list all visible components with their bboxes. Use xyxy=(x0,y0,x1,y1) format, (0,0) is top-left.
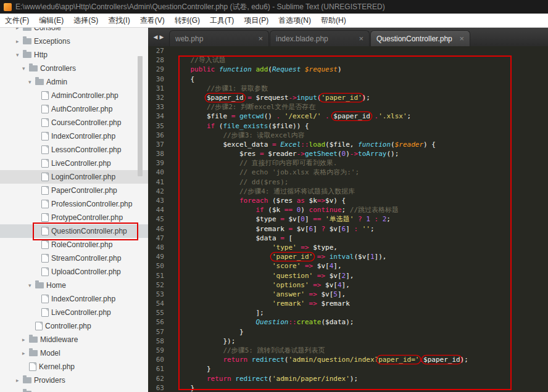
code-lines[interactable]: //导入试题 public function add(Request $requ… xyxy=(170,46,548,392)
line-number: 48 xyxy=(148,243,164,252)
folder-expanded-arrow-icon[interactable]: ▾ xyxy=(28,282,35,288)
code-token: $k xyxy=(309,197,317,205)
code-line-41: // dd($res); xyxy=(174,178,548,187)
folder-collapsed-arrow-icon[interactable]: ▸ xyxy=(16,38,23,44)
tab-bar: ◀ ▶ web.php×index.blade.php×QuestionCont… xyxy=(148,28,548,46)
tree-folder-Controllers[interactable]: ▾Controllers xyxy=(0,62,148,75)
code-token: () xyxy=(264,112,276,120)
editor-column: ◀ ▶ web.php×index.blade.php×QuestionCont… xyxy=(148,28,548,392)
tree-item-label: Exceptions xyxy=(34,37,70,46)
tree-folder-Middleware[interactable]: ▸Middleware xyxy=(0,333,148,346)
tab-QuestionController.php[interactable]: QuestionController.php× xyxy=(370,30,470,46)
tree-item-label: Admin xyxy=(46,78,67,86)
code-token: } xyxy=(174,328,244,336)
menu-item[interactable]: 工具(T) xyxy=(205,15,239,26)
code-token: $v xyxy=(325,197,333,205)
folder-collapsed-arrow-icon[interactable]: ▸ xyxy=(16,377,23,383)
line-number: 50 xyxy=(148,261,164,271)
tree-file-IndexController.php[interactable]: IndexController.php xyxy=(0,292,148,306)
tree-folder-partial[interactable]: ▸ xyxy=(0,387,148,392)
tree-file-RoleController.php[interactable]: RoleController.php xyxy=(0,238,148,251)
code-line-39: // 直接打印内容即可看到效果. xyxy=(174,158,548,168)
tree-item-label: IndexController.php xyxy=(51,295,115,303)
menu-item[interactable]: 项目(P) xyxy=(239,15,273,26)
tab-strip: web.php×index.blade.php×QuestionControll… xyxy=(169,30,471,46)
tree-file-IndexController.php[interactable]: IndexController.php xyxy=(0,129,148,143)
code-token xyxy=(313,272,317,280)
folder-collapsed-arrow-icon[interactable]: ▸ xyxy=(22,350,29,356)
tab-web.php[interactable]: web.php× xyxy=(169,30,269,46)
tree-file-UploadController.php[interactable]: UploadController.php xyxy=(0,265,148,279)
tree-file-QuestionController.php[interactable]: QuestionController.php xyxy=(0,224,148,238)
tree-file-AdminController.php[interactable]: AdminController.php xyxy=(0,89,148,102)
tree-item-label: Controllers xyxy=(40,64,76,73)
line-number: 49 xyxy=(148,252,164,261)
tree-folder-Providers[interactable]: ▸Providers xyxy=(0,374,148,387)
tree-file-ProtypeController.php[interactable]: ProtypeController.php xyxy=(0,211,148,224)
tree-file-CourseController.php[interactable]: CourseController.php xyxy=(0,116,148,129)
code-token: ; xyxy=(370,225,375,233)
folder-expanded-arrow-icon[interactable]: ▾ xyxy=(28,79,35,85)
menu-item[interactable]: 编辑(E) xyxy=(34,15,68,26)
tab-close-icon[interactable]: × xyxy=(359,35,363,43)
menu-item[interactable]: 帮助(H) xyxy=(316,15,351,26)
tree-file-LoginController.php[interactable]: LoginController.php xyxy=(0,170,148,184)
tree-file-PaperController.php[interactable]: PaperController.php xyxy=(0,184,148,197)
code-editor[interactable]: 2728293031323334353637383940414243444546… xyxy=(148,46,548,392)
code-token: => xyxy=(317,272,325,280)
folder-expanded-arrow-icon[interactable]: ▾ xyxy=(22,65,29,71)
line-number: 29 xyxy=(148,65,164,74)
folder-expanded-arrow-icon[interactable]: ▾ xyxy=(16,52,23,58)
code-token: add xyxy=(255,65,268,73)
code-line-46: $remark = $v[6] ? $v[6] : ''; xyxy=(174,224,548,234)
code-token: intval xyxy=(330,253,354,261)
code-token: = xyxy=(280,234,284,242)
code-token: => xyxy=(309,300,317,308)
tree-file-LiveController.php[interactable]: LiveController.php xyxy=(0,306,148,319)
menu-item[interactable]: 转到(G) xyxy=(170,15,205,26)
code-token: getcwd xyxy=(239,112,264,120)
code-token: file_exists xyxy=(223,122,268,130)
tree-folder-Exceptions[interactable]: ▸Exceptions xyxy=(0,35,148,48)
folder-icon xyxy=(23,52,31,58)
tree-file-StreamController.php[interactable]: StreamController.php xyxy=(0,251,148,265)
code-line-28: //导入试题 xyxy=(174,55,548,65)
menu-item[interactable]: 文件(F) xyxy=(0,15,34,26)
tab-close-icon[interactable]: × xyxy=(258,35,263,43)
tab-close-icon[interactable]: × xyxy=(459,35,464,43)
tab-index.blade.php[interactable]: index.blade.php× xyxy=(270,30,370,46)
folder-collapsed-arrow-icon[interactable]: ▸ xyxy=(22,337,29,343)
code-token: if xyxy=(207,122,215,130)
code-token: $v xyxy=(330,225,338,233)
file-icon xyxy=(41,213,49,222)
tree-folder-Console[interactable]: ▸Console xyxy=(0,28,148,35)
tree-folder-Admin[interactable]: ▾Admin xyxy=(0,75,148,89)
code-token: getSheet xyxy=(305,150,338,158)
sidebar-scrollbar[interactable] xyxy=(138,56,143,176)
tree-folder-Http[interactable]: ▾Http xyxy=(0,48,148,62)
code-token: ); xyxy=(362,94,370,102)
tree-file-AuthController.php[interactable]: AuthController.php xyxy=(0,102,148,116)
file-icon xyxy=(41,145,49,154)
menu-item[interactable]: 首选项(N) xyxy=(273,15,316,26)
menu-item[interactable]: 选择(S) xyxy=(68,15,103,26)
tree-file-Kernel.php[interactable]: Kernel.php xyxy=(0,360,148,374)
tree-file-LessonController.php[interactable]: LessonController.php xyxy=(0,143,148,157)
menu-item[interactable]: 查看(V) xyxy=(135,15,170,26)
folder-collapsed-arrow-icon[interactable]: ▸ xyxy=(16,28,23,31)
code-token: = xyxy=(247,94,252,102)
line-number: 60 xyxy=(148,355,164,364)
tree-file-Controller.php[interactable]: Controller.php xyxy=(0,319,148,333)
nav-forward-icon[interactable]: ▶ xyxy=(160,34,164,40)
tree-file-ProfessionController.php[interactable]: ProfessionController.php xyxy=(0,197,148,211)
tree-item-label: ProfessionController.php xyxy=(51,200,132,208)
line-number: 32 xyxy=(148,93,164,102)
annotation-oval: 'paper_id' xyxy=(271,253,314,261)
code-token: [ xyxy=(333,281,338,289)
menu-item[interactable]: 查找(I) xyxy=(103,15,135,26)
tree-folder-Model[interactable]: ▸Model xyxy=(0,346,148,360)
code-token: ]), xyxy=(375,253,387,261)
tree-file-LiveController.php[interactable]: LiveController.php xyxy=(0,157,148,170)
tree-folder-Home[interactable]: ▾Home xyxy=(0,279,148,292)
nav-back-icon[interactable]: ◀ xyxy=(154,34,158,40)
